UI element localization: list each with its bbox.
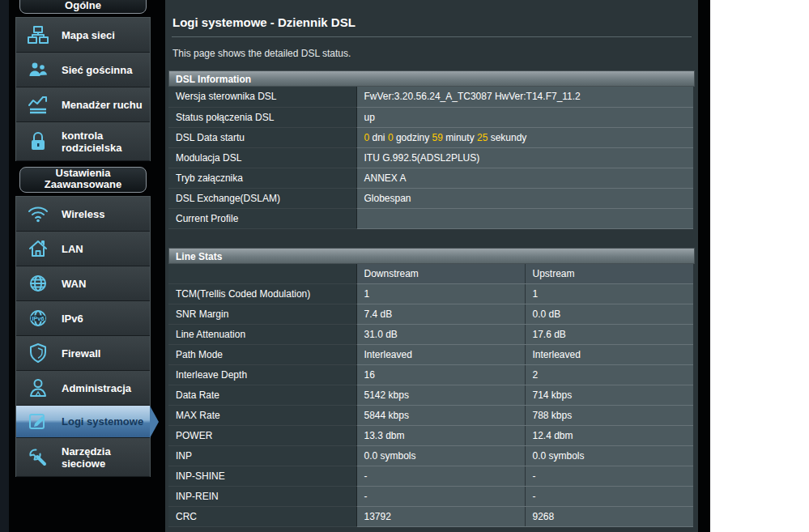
sidebar-item-administracja[interactable]: Administracja — [16, 371, 150, 406]
table-row: INP-SHINE-- — [168, 466, 693, 487]
downstream-value: 1 — [356, 284, 525, 304]
line-stats-table: DownstreamUpstreamTCM(Trellis Coded Modu… — [168, 264, 693, 528]
upstream-value: 17.6 dB — [525, 325, 693, 345]
wan-globe-icon — [26, 273, 50, 294]
sidebar-item-mapa-sieci[interactable]: Mapa sieci — [16, 18, 150, 53]
svg-text:IPv6: IPv6 — [32, 315, 44, 322]
sidebar-item-lan[interactable]: LAN — [16, 232, 150, 266]
sidebar-item-wireless[interactable]: Wireless — [16, 197, 150, 232]
sidebar-menu-group: Mapa sieciSieć gościnnaMenadżer ruchukon… — [15, 17, 151, 161]
downstream-value: - — [356, 487, 525, 507]
row-value: FwVer:3.20.56.24_A_TC3087 HwVer:T14.F7_1… — [356, 87, 693, 107]
sidebar-item-sie-go-cinna[interactable]: Sieć gościnna — [16, 53, 150, 87]
lan-house-icon — [26, 238, 50, 259]
table-row: SNR Margin7.4 dB0.0 dB — [168, 304, 693, 325]
sidebar-item-label: Wireless — [62, 208, 104, 220]
row-label: INP — [168, 446, 356, 466]
sidebar-item-menad-er-ruchu[interactable]: Menadżer ruchu — [16, 87, 150, 122]
row-label: POWER — [168, 426, 356, 446]
sidebar-section-header: Ustawienia Zaawansowane — [19, 167, 147, 193]
row-label: Wersja sterownika DSL — [168, 87, 356, 107]
table-row: CRC137929268 — [168, 507, 693, 527]
downstream-value: - — [356, 466, 525, 487]
router-admin-screen: OgólneMapa sieciSieć gościnnaMenadżer ru… — [0, 0, 809, 532]
sidebar-item-ipv6[interactable]: IPv6IPv6 — [16, 301, 150, 336]
row-label: Modulacja DSL — [168, 147, 356, 168]
sidebar-item-firewall[interactable]: Firewall — [16, 336, 150, 371]
upstream-value: 714 kbps — [525, 385, 693, 406]
header-spacer-cell — [168, 264, 356, 284]
table-row: Tryb załącznikaANNEX A — [168, 168, 693, 188]
sidebar-item-kontrola-rodzicielska[interactable]: kontrola rodzicielska — [16, 122, 150, 161]
row-label: TCM(Trellis Coded Modulation) — [168, 284, 356, 304]
uptime-number: 59 — [432, 132, 443, 143]
sidebar-navigation: OgólneMapa sieciSieć gościnnaMenadżer ru… — [15, 0, 151, 477]
network-map-icon — [26, 24, 50, 45]
title-divider — [172, 36, 692, 37]
row-value: Globespan — [356, 188, 693, 208]
table-row: DSL Data startu0 dni 0 godziny 59 minuty… — [168, 127, 693, 147]
upstream-value: 788 kbps — [525, 406, 693, 426]
table-header-row: DownstreamUpstream — [168, 264, 693, 284]
table-row: TCM(Trellis Coded Modulation)11 — [168, 284, 693, 304]
sidebar-item-label: kontrola rodzicielska — [62, 130, 150, 154]
downstream-value: 13.3 dbm — [356, 426, 525, 446]
main-content-panel: Logi systemowe - Dziennik DSL This page … — [165, 0, 698, 532]
firewall-shield-icon — [26, 343, 50, 364]
dsl-information-section-header: DSL Information — [168, 70, 695, 87]
sidebar-item-label: Mapa sieci — [62, 29, 115, 41]
row-label: CRC — [168, 507, 356, 527]
upstream-value: 12.4 dbm — [525, 426, 693, 446]
row-label: Tryb załącznika — [168, 168, 356, 188]
row-value: ITU G.992.5(ADSL2PLUS) — [356, 147, 693, 168]
network-tools-icon — [26, 447, 50, 468]
table-row: INP-REIN-- — [168, 487, 693, 507]
row-label: Path Mode — [168, 345, 356, 365]
table-row: INP0.0 symbols0.0 symbols — [168, 446, 693, 466]
row-label: Status połączenia DSL — [168, 107, 356, 127]
row-value — [356, 208, 693, 228]
row-label: Interleave Depth — [168, 365, 356, 385]
sidebar-item-label: Menadżer ruchu — [62, 99, 143, 111]
table-row: Interleave Depth162 — [168, 365, 693, 385]
sidebar-item-label: Sieć gościnna — [62, 64, 132, 76]
sidebar-item-narz-dzia-sieciowe[interactable]: Narzędzia sieciowe — [16, 438, 150, 477]
uptime-unit: godziny — [394, 132, 432, 143]
left-edge-strip — [0, 0, 9, 532]
traffic-manager-icon — [26, 94, 50, 115]
table-row: Line Attenuation31.0 dB17.6 dB — [168, 325, 693, 345]
table-row: Wersja sterownika DSLFwVer:3.20.56.24_A_… — [168, 87, 693, 107]
uptime-unit: dni — [369, 132, 388, 143]
upstream-value: 0.0 symbols — [525, 446, 693, 466]
system-log-icon — [26, 411, 50, 432]
sidebar-item-label: Narzędzia sieciowe — [62, 445, 150, 470]
row-label: DSL Exchange(DSLAM) — [168, 188, 356, 208]
uptime-unit: sekundy — [488, 132, 526, 143]
row-label: SNR Margin — [168, 304, 356, 325]
upstream-value: - — [525, 466, 693, 487]
wifi-icon — [26, 203, 50, 224]
uptime-number: 25 — [477, 132, 488, 143]
parental-control-icon — [26, 131, 50, 152]
ipv6-globe-icon: IPv6 — [26, 308, 50, 329]
page-description: This page shows the detailed DSL status. — [172, 48, 692, 59]
uptime-number: 0 — [388, 132, 394, 143]
upstream-value: 9268 — [525, 507, 693, 527]
dsl-information-table: Wersja sterownika DSLFwVer:3.20.56.24_A_… — [168, 87, 693, 229]
upstream-value: 0.0 dB — [525, 304, 693, 325]
table-row: Modulacja DSLITU G.992.5(ADSL2PLUS) — [168, 147, 693, 168]
sidebar-item-wan[interactable]: WAN — [16, 266, 150, 301]
row-value: up — [356, 107, 693, 127]
sidebar-item-label: Logi systemowe — [62, 415, 143, 428]
table-row: Path ModeInterleavedInterleaved — [168, 345, 693, 365]
upstream-value: - — [525, 487, 693, 507]
row-label: MAX Rate — [168, 406, 356, 426]
row-value: 0 dni 0 godziny 59 minuty 25 sekundy — [356, 127, 693, 147]
sidebar-item-logi-systemowe[interactable]: Logi systemowe — [16, 406, 150, 438]
row-label: DSL Data startu — [168, 127, 356, 147]
row-label: Line Attenuation — [168, 325, 356, 345]
table-row: MAX Rate5844 kbps788 kbps — [168, 406, 693, 426]
row-label: Data Rate — [168, 385, 356, 406]
sidebar-section-header: Ogólne — [19, 0, 147, 14]
sidebar-item-label: Firewall — [62, 347, 100, 360]
